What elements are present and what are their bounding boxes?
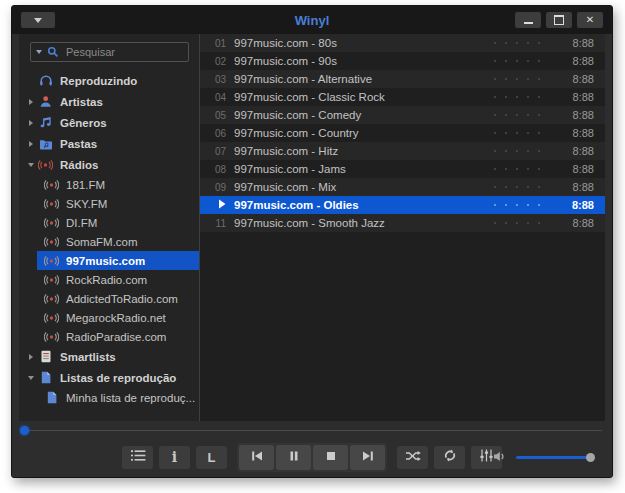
rating-dots[interactable] (494, 132, 540, 134)
stop-button[interactable] (313, 445, 348, 470)
rating-dots[interactable] (494, 150, 540, 152)
track-title: 997music.com - Mix (234, 181, 494, 193)
track-row[interactable]: 02997music.com - 90s8:88 (200, 52, 605, 70)
chevron-down-icon[interactable] (25, 376, 37, 380)
track-row[interactable]: 05997music.com - Comedy8:88 (200, 106, 605, 124)
track-row[interactable]: 07997music.com - Hitz8:88 (200, 142, 605, 160)
track-row[interactable]: 09997music.com - Mix8:88 (200, 178, 605, 196)
track-duration: 8:88 (558, 109, 594, 121)
track-number: 07 (204, 146, 226, 157)
repeat-icon (443, 448, 457, 466)
track-number: 01 (204, 38, 226, 49)
minimize-button[interactable] (515, 12, 541, 28)
track-row[interactable]: 11997music.com - Smooth Jazz8:88 (200, 214, 605, 232)
winyl-window: Winyl ✕ ReproduzindoArtistasGênerosPasta… (11, 5, 613, 478)
sidebar-item-g-neros[interactable]: Gêneros (19, 112, 199, 133)
repeat-button[interactable] (434, 446, 465, 469)
track-number: 02 (204, 56, 226, 67)
seek-knob[interactable] (20, 426, 29, 435)
chevron-right-icon[interactable] (25, 99, 37, 105)
close-button[interactable]: ✕ (577, 12, 603, 28)
seek-slider[interactable] (20, 423, 604, 437)
previous-icon (250, 448, 264, 466)
shuffle-button[interactable] (397, 446, 428, 469)
sidebar-item-di-fm[interactable]: DI.FM (37, 213, 199, 232)
sidebar-tree: ReproduzindoArtistasGênerosPastasRádios1… (19, 70, 199, 407)
search-input[interactable] (64, 45, 183, 59)
sidebar-item-reproduzindo[interactable]: Reproduzindo (19, 70, 199, 91)
chevron-down-icon[interactable] (25, 163, 37, 167)
track-row-playing[interactable]: 997music.com - Oldies8:88 (200, 196, 605, 214)
sidebar-item-997music-com[interactable]: 997music.com (37, 251, 199, 270)
lyrics-icon: L (208, 450, 216, 465)
playlist-page-icon (43, 391, 60, 404)
rating-dots[interactable] (494, 78, 540, 80)
playback-controls: i L (12, 437, 612, 477)
sidebar-item-label: Artistas (60, 96, 103, 108)
rating-dots[interactable] (494, 42, 540, 44)
sidebar-item-somafm-com[interactable]: SomaFM.com (37, 232, 199, 251)
track-row[interactable]: 08997music.com - Jams8:88 (200, 160, 605, 178)
sidebar-item-label: 181.FM (66, 179, 105, 191)
track-title: 997music.com - Country (234, 127, 494, 139)
lyrics-button[interactable]: L (196, 446, 227, 469)
sidebar-item-smartlists[interactable]: Smartlists (19, 346, 199, 367)
maximize-button[interactable] (546, 12, 572, 28)
next-button[interactable] (350, 445, 385, 470)
track-list-panel: 01997music.com - 80s8:8802997music.com -… (200, 34, 605, 421)
volume-knob[interactable] (586, 453, 595, 462)
chevron-right-icon[interactable] (25, 354, 37, 360)
sidebar-item-sky-fm[interactable]: SKY.FM (37, 194, 199, 213)
sidebar-item-label: RockRadio.com (66, 274, 147, 286)
search-box[interactable] (30, 42, 189, 62)
track-row[interactable]: 06997music.com - Country8:88 (200, 124, 605, 142)
volume-slider[interactable] (516, 453, 594, 462)
track-number: 11 (204, 218, 226, 229)
track-duration: 8:88 (558, 37, 594, 49)
sidebar-item-pastas[interactable]: Pastas (19, 133, 199, 154)
sidebar-item-label: SKY.FM (66, 198, 107, 210)
next-icon (361, 448, 375, 466)
track-title: 997music.com - 90s (234, 55, 494, 67)
sidebar-item-megarockradio-net[interactable]: MegarockRadio.net (37, 308, 199, 327)
search-options-arrow-icon[interactable] (36, 50, 42, 54)
info-button[interactable]: i (159, 446, 190, 469)
equalizer-icon (479, 448, 494, 466)
menu-arrow-icon (34, 18, 42, 23)
pause-button[interactable] (276, 445, 311, 470)
seek-track[interactable] (22, 430, 602, 431)
rating-dots[interactable] (494, 114, 540, 116)
sidebar-item-minha-lista-de-reprodu[interactable]: Minha lista de reproduç... (37, 388, 199, 407)
sidebar-item-radioparadise-com[interactable]: RadioParadise.com (37, 327, 199, 346)
track-row[interactable]: 03997music.com - Alternative8:88 (200, 70, 605, 88)
sidebar-item-181-fm[interactable]: 181.FM (37, 175, 199, 194)
chevron-right-icon[interactable] (25, 141, 37, 147)
sidebar-item-artistas[interactable]: Artistas (19, 91, 199, 112)
rating-dots[interactable] (494, 204, 540, 206)
track-row[interactable]: 04997music.com - Classic Rock8:88 (200, 88, 605, 106)
playlist-button[interactable] (122, 446, 153, 469)
sidebar-item-addictedtoradio-com[interactable]: AddictedToRadio.com (37, 289, 199, 308)
pause-icon (288, 448, 300, 466)
playlist-icon (130, 448, 146, 466)
close-icon: ✕ (586, 15, 594, 25)
rating-dots[interactable] (494, 222, 540, 224)
radio-station-icon (43, 293, 60, 305)
previous-button[interactable] (239, 445, 274, 470)
track-row[interactable]: 01997music.com - 80s8:88 (200, 34, 605, 52)
chevron-right-icon[interactable] (25, 120, 37, 126)
track-title: 997music.com - 80s (234, 37, 494, 49)
track-duration: 8:88 (558, 199, 594, 211)
rating-dots[interactable] (494, 96, 540, 98)
sidebar-item-label: Pastas (60, 138, 97, 150)
rating-dots[interactable] (494, 186, 540, 188)
radio-station-icon (43, 179, 60, 191)
sidebar-item-rockradio-com[interactable]: RockRadio.com (37, 270, 199, 289)
rating-dots[interactable] (494, 168, 540, 170)
speaker-icon[interactable] (493, 448, 507, 466)
sidebar-item-listas-de-reprodu-o[interactable]: Listas de reprodução (19, 367, 199, 388)
track-title: 997music.com - Alternative (234, 73, 494, 85)
rating-dots[interactable] (494, 60, 540, 62)
main-menu-button[interactable] (21, 12, 55, 28)
sidebar-item-r-dios[interactable]: Rádios (19, 154, 199, 175)
